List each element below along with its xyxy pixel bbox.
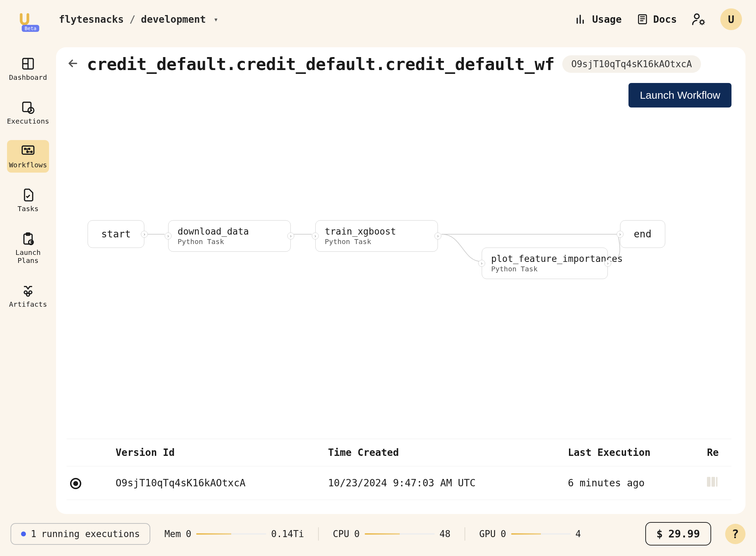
stat-used: 0 (501, 529, 506, 539)
dag-task-node[interactable]: download_data Python Task (168, 220, 291, 252)
gpu-stat: GPU 0 4 (479, 529, 581, 539)
stat-used: 0 (354, 529, 360, 539)
executions-icon (20, 100, 36, 115)
stat-total: 0.14Ti (271, 529, 304, 539)
launch-row: Launch Workflow (67, 83, 731, 107)
sidebar-item-tasks[interactable]: Tasks (7, 184, 49, 216)
column-recent[interactable]: Re (703, 439, 731, 466)
breadcrumb-domain[interactable]: development (141, 14, 206, 25)
arrow-left-icon (67, 57, 79, 70)
column-last-execution[interactable]: Last Execution (564, 439, 703, 466)
dag-node-subtitle: Python Task (178, 237, 281, 246)
cost-pill[interactable]: $ 29.99 (645, 522, 711, 545)
workflow-header: credit_default.credit_default.credit_def… (67, 54, 731, 74)
stat-total: 48 (440, 529, 451, 539)
progress-bar (511, 533, 571, 535)
dag-edges (67, 125, 731, 439)
docs-link[interactable]: Docs (637, 13, 677, 25)
column-time-created[interactable]: Time Created (324, 439, 564, 466)
workflow-dag[interactable]: start download_data Python Task train_xg… (67, 125, 731, 439)
launch-plans-icon (20, 231, 36, 246)
port-icon (478, 260, 485, 267)
stat-label: CPU (333, 529, 349, 539)
topbar: Beta flytesnacks / development ▾ Usage D… (0, 0, 756, 39)
versions-table: Version Id Time Created Last Execution R… (67, 439, 731, 500)
breadcrumb-project[interactable]: flytesnacks (59, 14, 124, 25)
docs-label: Docs (653, 14, 677, 25)
svg-point-2 (700, 20, 704, 24)
sidebar-label: Launch Plans (8, 249, 48, 265)
back-arrow[interactable] (67, 57, 79, 71)
sidebar: Dashboard Executions Workflows Tasks Lau… (0, 42, 56, 312)
dag-node-subtitle: Python Task (491, 265, 598, 273)
dag-end-label: end (634, 228, 652, 240)
radio-selected[interactable] (70, 478, 81, 489)
port-icon (604, 260, 611, 267)
port-icon (165, 232, 172, 239)
port-icon (434, 232, 441, 239)
running-executions-pill[interactable]: 1 running executions (11, 523, 150, 545)
avatar-initial: U (728, 13, 734, 26)
stat-used: 0 (186, 529, 191, 539)
cell-last-execution: 6 minutes ago (564, 466, 703, 500)
avatar[interactable]: U (720, 8, 742, 30)
bar-chart-icon (575, 13, 587, 25)
running-count: 1 (31, 529, 36, 539)
app-logo[interactable]: Beta (14, 9, 35, 30)
mem-stat: Mem 0 0.14Ti (164, 529, 304, 539)
help-button[interactable]: ? (725, 524, 745, 544)
progress-bar (365, 533, 435, 535)
port-icon (287, 232, 294, 239)
cell-time-created: 10/23/2024 9:47:03 AM UTC (324, 466, 564, 500)
sidebar-label: Tasks (18, 205, 39, 213)
progress-bar (196, 533, 266, 535)
cost-value: 29.99 (668, 528, 700, 540)
running-label: running executions (41, 529, 140, 539)
cpu-stat: CPU 0 48 (333, 529, 451, 539)
dag-start-node[interactable]: start (88, 220, 144, 248)
svg-rect-4 (23, 102, 31, 112)
usage-label: Usage (592, 14, 621, 25)
footer-bar: 1 running executions Mem 0 0.14Ti CPU 0 … (11, 522, 745, 545)
stat-total: 4 (576, 529, 581, 539)
launch-workflow-button[interactable]: Launch Workflow (628, 83, 731, 107)
dashboard-icon (20, 56, 36, 71)
chevron-down-icon[interactable]: ▾ (214, 15, 218, 24)
artifacts-icon (20, 283, 36, 298)
sidebar-item-executions[interactable]: Executions (7, 96, 49, 129)
help-label: ? (732, 527, 739, 541)
stat-label: GPU (479, 529, 496, 539)
sidebar-label: Artifacts (9, 300, 47, 308)
dag-task-node[interactable]: plot_feature_importances Python Task (482, 248, 608, 279)
dag-task-node[interactable]: train_xgboost Python Task (315, 220, 438, 252)
dag-end-node[interactable]: end (620, 220, 665, 248)
divider (318, 527, 319, 541)
dag-node-title: plot_feature_importances (491, 253, 598, 264)
svg-point-1 (694, 14, 699, 19)
svg-point-16 (27, 293, 29, 296)
usage-link[interactable]: Usage (575, 13, 621, 25)
sidebar-item-dashboard[interactable]: Dashboard (7, 53, 49, 85)
admin-settings[interactable] (692, 12, 706, 26)
tasks-icon (20, 187, 36, 203)
sidebar-label: Executions (7, 117, 49, 125)
sidebar-item-workflows[interactable]: Workflows (7, 140, 49, 173)
breadcrumb[interactable]: flytesnacks / development ▾ (59, 14, 218, 25)
column-version-id[interactable]: Version Id (112, 439, 324, 466)
dag-start-label: start (101, 228, 131, 240)
main-card: credit_default.credit_default.credit_def… (56, 47, 745, 514)
workflow-title: credit_default.credit_default.credit_def… (87, 54, 555, 74)
dag-node-subtitle: Python Task (325, 237, 428, 246)
svg-rect-6 (22, 146, 34, 154)
status-bars-icon (707, 477, 717, 487)
dag-node-title: train_xgboost (325, 226, 428, 237)
sidebar-item-artifacts[interactable]: Artifacts (7, 279, 49, 312)
port-icon (312, 232, 319, 239)
stat-label: Mem (164, 529, 181, 539)
cost-currency: $ (657, 528, 663, 540)
beta-badge: Beta (22, 25, 39, 32)
table-row[interactable]: O9sjT10qTq4sK16kAOtxcA 10/23/2024 9:47:0… (67, 466, 731, 500)
sidebar-label: Dashboard (9, 74, 47, 82)
version-pill[interactable]: O9sjT10qTq4sK16kAOtxcA (562, 55, 701, 73)
sidebar-item-launch-plans[interactable]: Launch Plans (7, 228, 49, 268)
